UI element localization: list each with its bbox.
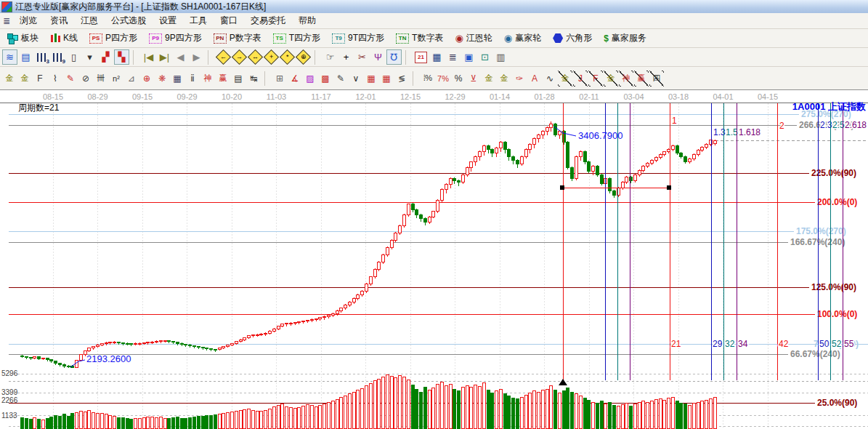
spiral-tool[interactable]: ⌇	[48, 71, 62, 87]
zoom-right-diamond[interactable]: →	[232, 49, 247, 65]
menu-item-news[interactable]: 资讯	[44, 13, 74, 28]
crosshair-tool[interactable]: +	[338, 49, 354, 65]
grid-web-tool[interactable]: ▦	[170, 71, 184, 87]
center-diamond[interactable]: ⊕	[296, 49, 311, 65]
gann-wheel-button[interactable]: ◉江恩轮	[449, 30, 498, 47]
pencil-tool[interactable]: ✎	[333, 71, 348, 87]
gold-lines-tool[interactable]: 金	[497, 71, 511, 87]
trendline-handle-left[interactable]	[560, 185, 564, 190]
gann-gold-line-2[interactable]: 金	[17, 71, 32, 87]
winner-service-button[interactable]: $赢家服务	[598, 30, 652, 47]
gann-gold-line-1[interactable]: 金	[2, 71, 17, 87]
pan-diamond[interactable]: +	[264, 49, 279, 65]
web-tool[interactable]: ❋	[155, 71, 169, 87]
t-square-button[interactable]: TST四方形	[267, 30, 326, 47]
calendar-tool[interactable]: 21	[413, 49, 429, 65]
gold-angle-tool[interactable]: 金	[604, 71, 618, 87]
p-number-table-button[interactable]: PNP数字表	[208, 30, 267, 47]
candle-style-tool[interactable]: ▯	[66, 49, 81, 65]
cut-tool[interactable]: ✂	[354, 49, 370, 65]
winner-service-button-icon: $	[604, 33, 609, 44]
zoom-h-diamond[interactable]: ↔	[248, 49, 263, 65]
zigzag-tool[interactable]: ∨	[349, 71, 363, 87]
prev-page-button[interactable]: ◀	[173, 49, 188, 65]
angle-tool[interactable]: ⊿	[124, 71, 139, 87]
brain-tool[interactable]: ℧	[386, 49, 402, 65]
red-pen-tool[interactable]: ✑	[512, 71, 527, 87]
9t-square-button[interactable]: T99T四方形	[326, 30, 390, 47]
hexagon-button[interactable]: 六角形	[547, 30, 598, 47]
fan-lines-tool[interactable]: ∡	[288, 71, 302, 87]
trend-wave-tool[interactable]: ≋	[2, 49, 17, 65]
pattern-tool-2[interactable]: ▚	[114, 49, 129, 65]
calculator-tool[interactable]: ▦	[429, 49, 445, 65]
p-number-table-button-icon: PN	[214, 33, 227, 44]
gold-circle-tool[interactable]: 金	[482, 71, 496, 87]
menu-item-trading[interactable]: 交易委托	[244, 13, 292, 28]
j-angle-tool[interactable]: J	[573, 71, 588, 87]
menu-item-formula-stock-pick[interactable]: 公式选股	[105, 13, 153, 28]
fan-box-tool[interactable]: ▨	[303, 71, 317, 87]
pause-marker-tool[interactable]: ⅱ	[185, 71, 200, 87]
p-square-button[interactable]: PSP四方形	[84, 30, 143, 47]
winner-wheel-button[interactable]: ◉赢家轮	[498, 30, 547, 47]
hand-tool[interactable]: ☞	[323, 49, 338, 65]
export-web-tool[interactable]: ⊡	[477, 49, 492, 65]
svg-text:42: 42	[779, 339, 789, 349]
red-grid-tool[interactable]: ▦	[364, 71, 378, 87]
percent-scale-tool[interactable]: ⦙%	[421, 71, 435, 87]
bars-9-tool[interactable]: 9	[50, 49, 65, 65]
menu-item-help[interactable]: 帮助	[292, 13, 323, 28]
t-number-table-button[interactable]: TNT数字表	[390, 30, 449, 47]
menu-item-window[interactable]: 窗口	[214, 13, 244, 28]
expand-diamond[interactable]: *	[280, 49, 295, 65]
menu-system-icon[interactable]: ≣	[0, 16, 13, 26]
corner-grid-tool[interactable]: ⊞	[272, 71, 287, 87]
menu-item-browse[interactable]: 浏览	[13, 13, 44, 28]
p-square-button-label: P四方形	[105, 32, 137, 44]
percent-7-tool[interactable]: 7%	[436, 71, 450, 87]
clamp-tool[interactable]: Ψ	[370, 49, 386, 65]
percent-tool[interactable]: %	[451, 71, 466, 87]
protractor-tool[interactable]: ⊘	[78, 71, 93, 87]
candle-style-dropdown[interactable]: ▾	[82, 49, 97, 65]
menu-item-tools[interactable]: 工具	[183, 13, 214, 28]
report-view-tool[interactable]: ▤	[18, 49, 33, 65]
channel-tool[interactable]: ≶	[394, 71, 409, 87]
a-line-tool[interactable]: A	[527, 71, 542, 87]
four-angle-tool[interactable]: 四	[649, 71, 664, 87]
pattern-tool-1[interactable]: ▞	[98, 49, 113, 65]
gold-under-tool[interactable]: 金	[558, 71, 572, 87]
trendline-handle-right[interactable]	[667, 185, 671, 190]
gann-f-line[interactable]: F	[33, 71, 47, 87]
ruler-123-tool[interactable]: ▤	[231, 71, 246, 87]
next-page-button[interactable]: ▶	[189, 49, 204, 65]
fan-box-2-tool[interactable]: ▩	[318, 71, 333, 87]
comb-ruler-tool[interactable]: 卌	[94, 71, 108, 87]
ying-tool[interactable]: 赢	[216, 71, 230, 87]
target-tool[interactable]: ⊕	[139, 71, 154, 87]
9p-square-button[interactable]: P99P四方形	[143, 30, 208, 47]
memo-tool[interactable]: ≣	[445, 49, 461, 65]
red-grid-2-tool[interactable]: ▦	[379, 71, 394, 87]
export-pc-tool[interactable]: ▥	[493, 49, 508, 65]
bars-3-tool[interactable]: 3	[34, 49, 49, 65]
percent-line-tool[interactable]: ⊻	[466, 71, 481, 87]
pen-tool[interactable]: ✎	[63, 71, 78, 87]
first-page-button[interactable]: |◀	[141, 49, 156, 65]
shen-angle-tool[interactable]: 神	[619, 71, 633, 87]
ying-angle-tool[interactable]: 赢	[634, 71, 649, 87]
zoom-left-diamond[interactable]: ←	[216, 49, 231, 65]
menu-item-gann[interactable]: 江恩	[74, 13, 105, 28]
wave-tool[interactable]: ∿	[543, 71, 557, 87]
sector-button[interactable]: 板块	[1, 30, 44, 47]
shen-tool[interactable]: 神	[200, 71, 215, 87]
kline-button[interactable]: K线	[44, 30, 84, 47]
menu-item-settings[interactable]: 设置	[153, 13, 183, 28]
svg-text:21: 21	[671, 339, 681, 349]
f-angle-tool[interactable]: F	[588, 71, 603, 87]
n-square-tool[interactable]: n²	[109, 71, 123, 87]
save-tool[interactable]: ▣	[461, 49, 476, 65]
last-page-button[interactable]: ▶|	[157, 49, 172, 65]
span-arrow-tool[interactable]: ↹	[246, 71, 261, 87]
